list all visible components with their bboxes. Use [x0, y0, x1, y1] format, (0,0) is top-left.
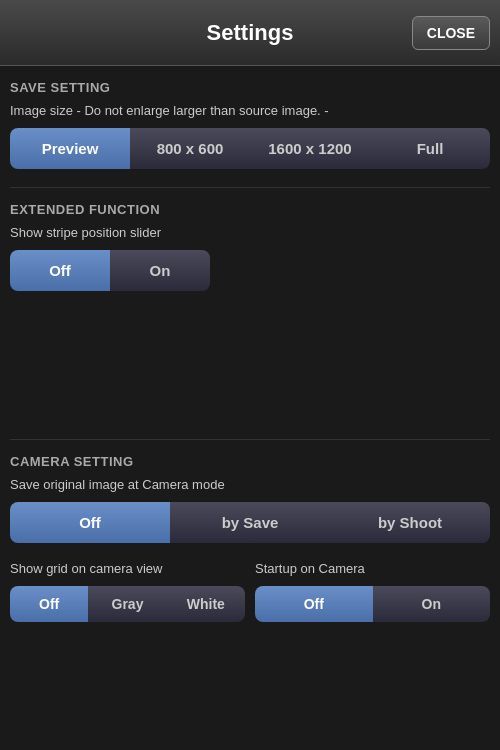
close-button[interactable]: CLOSE: [412, 16, 490, 50]
header: Settings CLOSE: [0, 0, 500, 66]
grid-off-button[interactable]: Off: [10, 586, 88, 622]
camera-bottom-row: Show grid on camera view Off Gray White …: [10, 561, 490, 640]
save-setting-section: SAVE SETTING Image size - Do not enlarge…: [10, 80, 490, 169]
divider-1: [10, 187, 490, 188]
image-size-button-group: Preview 800 x 600 1600 x 1200 Full: [10, 128, 490, 169]
save-original-off-button[interactable]: Off: [10, 502, 170, 543]
grid-button-group: Off Gray White: [10, 586, 245, 622]
stripe-off-button[interactable]: Off: [10, 250, 110, 291]
extended-function-description: Show stripe position slider: [10, 225, 490, 240]
startup-off-button[interactable]: Off: [255, 586, 373, 622]
grid-label: Show grid on camera view: [10, 561, 245, 576]
page-title: Settings: [207, 20, 294, 46]
main-content: SAVE SETTING Image size - Do not enlarge…: [0, 66, 500, 654]
save-original-description: Save original image at Camera mode: [10, 477, 490, 492]
startup-button-group: Off On: [255, 586, 490, 622]
startup-column: Startup on Camera Off On: [255, 561, 490, 640]
extended-function-label: EXTENDED FUNCTION: [10, 202, 490, 217]
spacer: [10, 309, 490, 429]
size-800x600-button[interactable]: 800 x 600: [130, 128, 250, 169]
save-setting-description: Image size - Do not enlarge larger than …: [10, 103, 490, 118]
camera-setting-label: CAMERA SETTING: [10, 454, 490, 469]
extended-function-section: EXTENDED FUNCTION Show stripe position s…: [10, 202, 490, 291]
startup-label: Startup on Camera: [255, 561, 490, 576]
camera-setting-section: CAMERA SETTING Save original image at Ca…: [10, 454, 490, 640]
stripe-on-button[interactable]: On: [110, 250, 210, 291]
divider-2: [10, 439, 490, 440]
grid-column: Show grid on camera view Off Gray White: [10, 561, 245, 640]
startup-on-button[interactable]: On: [373, 586, 491, 622]
save-original-button-group: Off by Save by Shoot: [10, 502, 490, 543]
size-full-button[interactable]: Full: [370, 128, 490, 169]
stripe-slider-button-group: Off On: [10, 250, 210, 291]
size-preview-button[interactable]: Preview: [10, 128, 130, 169]
grid-gray-button[interactable]: Gray: [88, 586, 166, 622]
grid-white-button[interactable]: White: [167, 586, 245, 622]
save-original-byshoot-button[interactable]: by Shoot: [330, 502, 490, 543]
size-1600x1200-button[interactable]: 1600 x 1200: [250, 128, 370, 169]
save-original-bysave-button[interactable]: by Save: [170, 502, 330, 543]
save-setting-label: SAVE SETTING: [10, 80, 490, 95]
